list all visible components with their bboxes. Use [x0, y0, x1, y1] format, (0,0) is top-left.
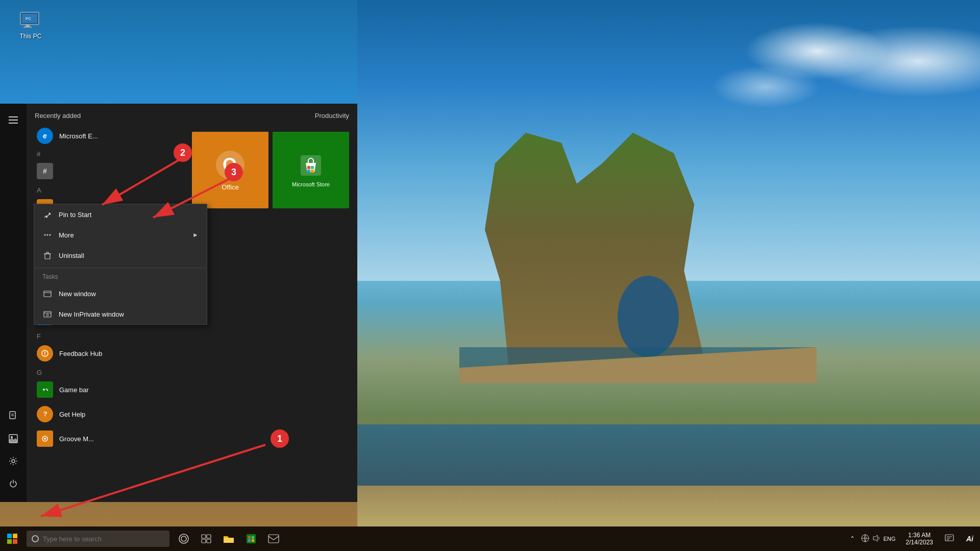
groove-icon	[37, 430, 53, 447]
annotation-badge-1: 1	[271, 429, 289, 448]
ai-button[interactable]: Ai	[960, 529, 980, 549]
office-tile-label: Office	[222, 183, 239, 191]
store-tile[interactable]: Microsoft Store	[273, 132, 349, 208]
svg-marker-18	[9, 438, 17, 443]
nav-documents-icon[interactable]	[3, 406, 23, 426]
edge-icon: e	[37, 128, 53, 144]
this-pc-icon: PC	[18, 10, 43, 31]
edge-label: Microsoft E...	[59, 132, 98, 140]
new-window-label: New window	[59, 290, 96, 298]
svg-rect-6	[26, 25, 30, 27]
app-item-get-help[interactable]: ? Get Help	[35, 402, 184, 426]
pin-icon	[42, 209, 53, 220]
tiles-area: O Office	[184, 124, 357, 502]
feedback-icon	[37, 345, 53, 362]
start-button[interactable]	[0, 526, 24, 551]
svg-rect-57	[307, 166, 310, 169]
svg-point-19	[12, 460, 15, 463]
clock-time: 1:36 AM	[906, 532, 933, 539]
pin-to-start-label: Pin to Start	[59, 211, 91, 219]
app-item-hashtag[interactable]: #	[35, 159, 184, 183]
get-help-icon: ?	[37, 406, 53, 422]
desktop-icon-this-pc[interactable]: PC This PC	[10, 10, 51, 40]
context-menu: Pin to Start More ► Uninstall Tasks New …	[34, 204, 207, 325]
svg-rect-84	[207, 539, 211, 543]
hashtag-icon: #	[37, 163, 53, 179]
cortana-button[interactable]	[174, 529, 194, 549]
app-item-edge[interactable]: e Microsoft E...	[35, 124, 184, 148]
search-circle-icon	[32, 535, 39, 542]
taskbar: ⌃ ENG 1:36 AM 2/14/2023 Ai	[0, 526, 980, 551]
taskbar-search[interactable]	[27, 531, 169, 547]
groove-label: Groove M...	[59, 435, 94, 443]
svg-point-80	[181, 536, 186, 541]
svg-rect-85	[247, 534, 256, 543]
nav-settings-icon[interactable]	[3, 451, 23, 471]
nav-photos-icon[interactable]	[3, 428, 23, 449]
svg-rect-65	[45, 254, 50, 259]
store-tile-label: Microsoft Store	[292, 181, 330, 187]
mail-taskbar-button[interactable]	[263, 529, 284, 549]
feedback-label: Feedback Hub	[59, 350, 103, 357]
svg-rect-90	[268, 535, 279, 543]
new-inprivate-label: New InPrivate window	[59, 310, 124, 318]
svg-point-2	[618, 276, 679, 357]
svg-text:PC: PC	[26, 16, 31, 21]
svg-rect-87	[252, 536, 254, 539]
new-window-item[interactable]: New window	[34, 283, 207, 304]
task-view-button[interactable]	[196, 529, 216, 549]
section-g: G	[35, 366, 184, 377]
app-item-game-bar[interactable]: Game bar	[35, 377, 184, 402]
uninstall-label: Uninstall	[59, 252, 84, 259]
svg-rect-13	[10, 412, 15, 419]
new-inprivate-item[interactable]: New InPrivate window	[34, 304, 207, 324]
svg-point-79	[179, 534, 188, 543]
app-item-feedback[interactable]: Feedback Hub	[35, 341, 184, 366]
store-taskbar-button[interactable]	[241, 529, 261, 549]
more-arrow-icon: ►	[192, 231, 199, 238]
svg-rect-81	[202, 535, 206, 538]
taskbar-system-tray: ⌃ ENG 1:36 AM 2/14/2023 Ai	[848, 526, 980, 551]
svg-rect-83	[202, 539, 206, 543]
app-item-groove[interactable]: Groove M...	[35, 426, 184, 451]
svg-point-63	[47, 234, 48, 236]
svg-point-53	[44, 438, 46, 440]
action-center-button[interactable]	[939, 526, 960, 551]
more-item[interactable]: More ►	[34, 225, 207, 245]
more-icon	[42, 230, 53, 240]
language-text: ENG	[884, 536, 896, 542]
svg-rect-59	[307, 170, 310, 173]
tile-grid: O Office	[188, 128, 353, 212]
annotation-badge-3: 3	[225, 163, 243, 181]
svg-rect-94	[945, 535, 953, 541]
language-icon[interactable]	[861, 534, 869, 544]
svg-rect-60	[311, 170, 314, 173]
svg-rect-58	[311, 166, 314, 169]
recently-added-title: Recently added	[35, 112, 81, 119]
tray-expand-button[interactable]: ⌃	[848, 535, 857, 542]
svg-rect-70	[44, 291, 51, 297]
get-help-label: Get Help	[59, 411, 85, 418]
game-bar-icon	[37, 381, 53, 398]
pin-to-start-item[interactable]: Pin to Start	[34, 204, 207, 225]
volume-icon[interactable]	[872, 534, 880, 544]
annotation-badge-2: 2	[174, 143, 192, 162]
nav-power-icon[interactable]	[3, 473, 23, 494]
this-pc-label: This PC	[20, 33, 42, 40]
svg-rect-89	[252, 539, 254, 542]
search-input[interactable]	[43, 535, 155, 543]
new-window-icon	[42, 289, 53, 299]
svg-point-48	[47, 390, 48, 391]
taskbar-clock[interactable]: 1:36 AM 2/14/2023	[900, 532, 939, 546]
svg-rect-7	[23, 27, 32, 28]
start-menu-container: Recently added Productivity e Microsoft …	[0, 128, 357, 526]
svg-point-43	[44, 354, 45, 355]
svg-rect-82	[207, 535, 211, 538]
uninstall-item[interactable]: Uninstall	[34, 245, 207, 266]
windows-icon	[7, 534, 17, 544]
section-hash: #	[35, 148, 184, 159]
svg-text:?: ?	[43, 411, 47, 418]
hamburger-menu-icon[interactable]	[3, 110, 23, 130]
start-header: Recently added Productivity	[27, 104, 357, 124]
file-explorer-button[interactable]	[218, 529, 239, 549]
